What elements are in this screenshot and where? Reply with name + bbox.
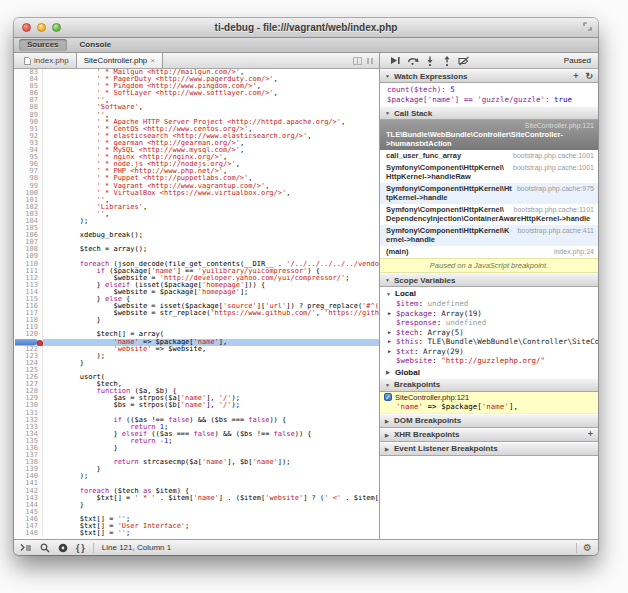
- code-line[interactable]: 125: [14, 367, 379, 374]
- line-number-gutter[interactable]: 83: [14, 69, 43, 76]
- scope-variable[interactable]: ▶$tech: Array(5): [380, 328, 598, 338]
- call-stack-header[interactable]: ▼ Call Stack: [380, 106, 598, 120]
- tab-console[interactable]: Console: [72, 39, 120, 51]
- code-line[interactable]: 92 ' * elasticsearch <http://www.elastic…: [14, 133, 379, 140]
- watch-expression[interactable]: count($tech): 5: [380, 85, 598, 95]
- file-tab-index-php[interactable]: index.php: [17, 53, 76, 68]
- code-line[interactable]: 103 '',: [14, 211, 379, 218]
- tab-sources[interactable]: Sources: [19, 39, 67, 51]
- code-line[interactable]: 140 );: [14, 473, 379, 480]
- code-line[interactable]: 130 $bs = strpos($b['name'], '/');: [14, 402, 379, 409]
- code-line[interactable]: 97 ' * PHP <http://www.php.net/>',: [14, 168, 379, 175]
- code-line[interactable]: 99 ' * Vagrant <http://www.vagrantup.com…: [14, 183, 379, 190]
- breakpoint-item[interactable]: ✓SiteController.php:121'name' => $packag…: [380, 392, 598, 414]
- code-line[interactable]: 105: [14, 225, 379, 232]
- code-line[interactable]: 90 ' * Apache HTTP Server Project <http:…: [14, 119, 379, 126]
- scope-local-group[interactable]: ▼ Local: [380, 287, 598, 299]
- line-number-gutter[interactable]: 98: [14, 175, 43, 182]
- code-line[interactable]: 87 '',: [14, 97, 379, 104]
- code-line[interactable]: 127 $tech,: [14, 381, 379, 388]
- add-xhr-breakpoint-icon[interactable]: +: [588, 430, 593, 439]
- call-stack-frame[interactable]: bootstrap.php.cache:1001Symfony\Componen…: [380, 162, 598, 183]
- code-line[interactable]: 91 ' * CentOS <http://www.centos.org/>',: [14, 126, 379, 133]
- code-line[interactable]: 117 $website = str_replace('https://www.…: [14, 310, 379, 317]
- scope-variable[interactable]: ▶$this: TLE\Bundle\WebBundle\Controller\…: [380, 337, 598, 347]
- code-line[interactable]: 144 }: [14, 502, 379, 509]
- scope-variable[interactable]: $response: undefined: [380, 318, 598, 328]
- continue-icon[interactable]: [387, 54, 404, 67]
- line-number-gutter[interactable]: 93: [14, 140, 43, 147]
- scope-variable[interactable]: ▶$package: Array(19): [380, 309, 598, 319]
- step-out-icon[interactable]: [438, 54, 455, 67]
- code-line[interactable]: 135 return -1;: [14, 438, 379, 445]
- code-line[interactable]: 115 } else {: [14, 296, 379, 303]
- code-line[interactable]: 113 } elseif (isset($package['homepage']…: [14, 282, 379, 289]
- code-line[interactable]: 108 $tech = array();: [14, 246, 379, 253]
- code-line[interactable]: 123 );: [14, 353, 379, 360]
- code-line[interactable]: 134 } elseif (($as === false) && ($bs !=…: [14, 431, 379, 438]
- console-drawer-icon[interactable]: [20, 543, 32, 552]
- fullscreen-icon[interactable]: [583, 22, 592, 31]
- search-icon[interactable]: [40, 543, 50, 553]
- code-line[interactable]: 83 ' * Mailgun <http://mailgun.com/>',: [14, 69, 379, 76]
- code-editor[interactable]: 83 ' * Mailgun <http://mailgun.com/>',84…: [14, 69, 379, 539]
- breakpoints-header[interactable]: ▼ Breakpoints: [380, 378, 598, 392]
- file-tab-sitecontroller-php[interactable]: SiteController.php×: [76, 53, 163, 68]
- line-number-gutter[interactable]: 89: [14, 112, 43, 119]
- code-line[interactable]: 96 ' * node.js <http://nodejs.org/>',: [14, 161, 379, 168]
- disclosure-triangle-icon[interactable]: ▶: [388, 347, 391, 357]
- code-line[interactable]: 93 ' * gearman <http://gearman.org/>',: [14, 140, 379, 147]
- code-line[interactable]: 119: [14, 324, 379, 331]
- disclosure-triangle-icon[interactable]: ▶: [388, 328, 391, 338]
- xhr-breakpoints-header[interactable]: ▶ XHR Breakpoints +: [380, 428, 598, 442]
- record-icon[interactable]: [58, 543, 68, 553]
- scope-variables-header[interactable]: ▼ Scope Variables: [380, 273, 598, 287]
- code-line[interactable]: 142 foreach ($tech as $item) {: [14, 488, 379, 495]
- code-line[interactable]: 114 $website = $package['homepage'];: [14, 289, 379, 296]
- line-number-gutter[interactable]: 90: [14, 119, 43, 126]
- dom-breakpoints-header[interactable]: ▶ DOM Breakpoints: [380, 414, 598, 428]
- event-listener-breakpoints-header[interactable]: ▶ Event Listener Breakpoints: [380, 442, 598, 456]
- pretty-print-icon[interactable]: { }: [76, 543, 85, 553]
- scope-variable[interactable]: ▶$txt: Array(29): [380, 347, 598, 357]
- code-line[interactable]: 136 }: [14, 445, 379, 452]
- deactivate-breakpoints-icon[interactable]: [455, 54, 472, 67]
- zoom-window-button[interactable]: [52, 23, 61, 32]
- code-line[interactable]: 112 $website = 'http://developer.yahoo.c…: [14, 275, 379, 282]
- minimize-window-button[interactable]: [37, 23, 46, 32]
- code-line[interactable]: 101 '',: [14, 197, 379, 204]
- code-line[interactable]: 143 $txt[] = ' * ' . $item['name'] . ($i…: [14, 495, 379, 502]
- code-line[interactable]: 141: [14, 480, 379, 487]
- code-line[interactable]: 148 $txt[] = '';: [14, 530, 379, 537]
- call-stack-frame[interactable]: bootstrap.php.cache:1101Symfony\Componen…: [380, 204, 598, 225]
- code-line[interactable]: 102 'Libraries',: [14, 204, 379, 211]
- code-line[interactable]: 132 if (($as !== false) && ($bs === fals…: [14, 417, 379, 424]
- code-line[interactable]: 126 usort(: [14, 374, 379, 381]
- call-stack-frame[interactable]: bootstrap.php.cache:975Symfony\Component…: [380, 183, 598, 204]
- code-line[interactable]: 110 foreach (json_decode(file_get_conten…: [14, 261, 379, 268]
- code-line[interactable]: 89 '',: [14, 112, 379, 119]
- scope-global-group[interactable]: ▶ Global: [380, 366, 598, 378]
- call-stack-frame[interactable]: SiteController.php:121TLE\Bundle\WebBund…: [380, 120, 598, 150]
- code-line[interactable]: 109: [14, 253, 379, 260]
- refresh-watch-icon[interactable]: ↻: [585, 72, 593, 81]
- step-over-icon[interactable]: [404, 54, 421, 67]
- gear-icon[interactable]: ⚙: [583, 543, 592, 553]
- line-number-gutter[interactable]: 148: [14, 530, 43, 537]
- scope-variable[interactable]: $website: "http://guzzlephp.org/": [380, 356, 598, 366]
- pause-panel-icon[interactable]: [366, 57, 374, 65]
- code-line[interactable]: 145: [14, 509, 379, 516]
- code-line[interactable]: 120 $tech[] = array(: [14, 331, 379, 338]
- code-line[interactable]: 129 $as = strpos($a['name'], '/');: [14, 395, 379, 402]
- code-line[interactable]: 94 ' * MySQL <http://www.mysql.com/>',: [14, 147, 379, 154]
- code-line[interactable]: 131: [14, 410, 379, 417]
- code-line[interactable]: 147 $txt[] = 'User Interface';: [14, 523, 379, 530]
- code-line[interactable]: 100 ' * VirtualBox <https://www.virtualb…: [14, 190, 379, 197]
- line-number-gutter[interactable]: 85: [14, 83, 43, 90]
- code-line[interactable]: 88 'Software',: [14, 104, 379, 111]
- code-line[interactable]: 118 }: [14, 317, 379, 324]
- line-number-gutter[interactable]: 92: [14, 133, 43, 140]
- code-line[interactable]: 139 }: [14, 466, 379, 473]
- close-tab-icon[interactable]: ×: [150, 56, 155, 65]
- code-line[interactable]: 128 function ($a, $b) {: [14, 388, 379, 395]
